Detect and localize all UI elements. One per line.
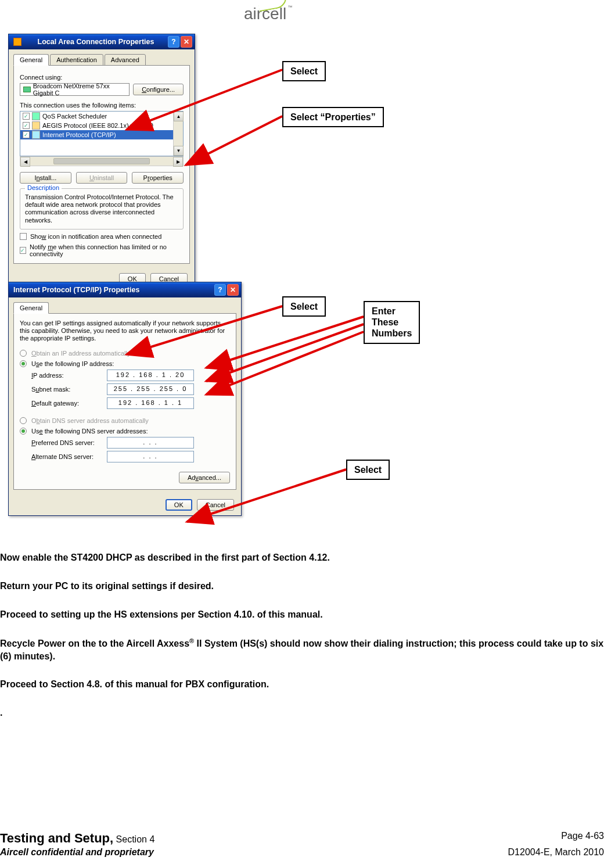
window-tcpip-properties: Internet Protocol (TCP/IP) Properties ? … (8, 282, 242, 516)
checkbox-icon[interactable]: ✓ (23, 131, 30, 138)
window-title: Local Area Connection Properties (38, 38, 154, 46)
footer-section-sub: Section 4 (113, 834, 154, 844)
list-item-selected[interactable]: ✓ Internet Protocol (TCP/IP) (20, 130, 183, 139)
registered-mark: ® (189, 637, 194, 644)
default-gateway-input[interactable]: 192 . 168 . 1 . 1 (107, 397, 194, 409)
preferred-dns-input[interactable]: . . . (107, 437, 194, 449)
scroll-up-icon[interactable]: ▲ (174, 112, 184, 121)
connect-using-label: Connect using: (20, 74, 184, 81)
footer-section-main: Testing and Setup, (0, 831, 113, 845)
component-icon (32, 131, 40, 139)
checkbox-icon[interactable]: ✓ (23, 122, 30, 129)
svg-line-2 (186, 116, 282, 165)
footer-page: Page 4-63 (561, 831, 604, 846)
vertical-scrollbar[interactable]: ▲ ▼ (173, 112, 183, 156)
show-icon-label: Show icon in notification area when conn… (30, 233, 161, 240)
tab-general[interactable]: General (13, 54, 49, 66)
callout-enter-numbers: Enter These Numbers (364, 301, 420, 344)
callout-line: These (372, 317, 398, 327)
tab-authentication[interactable]: Authentication (50, 54, 103, 66)
uses-items-label: This connection uses the following items… (20, 102, 184, 109)
callout-select-use-ip: Select (282, 296, 326, 317)
subnet-mask-label: Subnet mask: (31, 386, 107, 393)
list-item[interactable]: ✓ QoS Packet Scheduler (20, 112, 183, 121)
scroll-thumb[interactable] (53, 158, 150, 164)
adapter-field: Broadcom NetXtreme 57xx Gigabit C (20, 83, 130, 96)
checkbox-icon[interactable] (20, 233, 27, 240)
notify-label: Notify me when this connection has limit… (30, 243, 184, 257)
titlebar[interactable]: Internet Protocol (TCP/IP) Properties ? … (9, 282, 241, 297)
instruction-text: Proceed to Section 4.8. of this manual f… (0, 679, 604, 691)
description-legend: Description (25, 184, 62, 191)
scroll-down-icon[interactable]: ▼ (174, 146, 184, 156)
instruction-text: . (0, 707, 604, 719)
close-button[interactable]: ✕ (181, 36, 192, 48)
radio-use-ip[interactable] (20, 360, 27, 367)
nic-icon (23, 87, 31, 92)
use-ip-label: Use the following IP address: (31, 360, 114, 367)
install-button[interactable]: Install... (20, 172, 71, 184)
tab-strip: General Authentication Advanced (13, 54, 190, 66)
callout-line: Numbers (372, 328, 412, 338)
callout-line: Enter (372, 306, 396, 316)
obtain-dns-label: Obtain DNS server address automatically (31, 417, 149, 424)
component-icon (32, 121, 40, 130)
use-dns-label: Use the following DNS server addresses: (31, 428, 148, 435)
item-label: Internet Protocol (TCP/IP) (42, 131, 116, 138)
radio-obtain-dns (20, 417, 27, 424)
tab-advanced[interactable]: Advanced (105, 54, 146, 66)
subnet-mask-input[interactable]: 255 . 255 . 255 . 0 (107, 383, 194, 395)
footer-confidential: Aircell confidential and proprietary (0, 847, 154, 858)
default-gateway-label: Default gateway: (31, 400, 107, 407)
callout-select-tcpip: Select (282, 61, 326, 81)
close-button[interactable]: ✕ (227, 284, 239, 296)
instruction-text: Recycle Power on the to the Aircell Axxe… (0, 637, 604, 662)
component-icon (32, 112, 40, 120)
ip-address-input[interactable]: 192 . 168 . 1 . 20 (107, 370, 194, 381)
instruction-text: Return your PC to its original settings … (0, 580, 604, 593)
properties-button[interactable]: Properties (132, 172, 184, 184)
ip-address-label: IP address: (31, 372, 107, 379)
checkbox-icon[interactable]: ✓ (20, 247, 26, 254)
advanced-button[interactable]: Advanced... (179, 472, 230, 483)
uninstall-button[interactable]: Uninstall (76, 172, 128, 184)
instruction-block: Now enable the ST4200 DHCP as described … (0, 552, 604, 736)
brand-logo: aircell™ (244, 5, 292, 23)
alternate-dns-input[interactable]: . . . (107, 451, 194, 462)
scroll-left-icon[interactable]: ◀ (20, 157, 30, 167)
callout-select-ok: Select (346, 460, 390, 480)
ok-button[interactable]: OK (166, 499, 192, 511)
preferred-dns-label: Preferred DNS server: (31, 439, 107, 446)
instruction-text: Now enable the ST4200 DHCP as described … (0, 552, 604, 564)
description-text: Transmission Control Protocol/Internet P… (25, 193, 178, 224)
callout-select-properties: Select “Properties” (282, 107, 384, 127)
configure-button[interactable]: Configure... (133, 84, 184, 95)
titlebar[interactable]: Local Area Connection Properties ? ✕ (9, 34, 195, 49)
item-label: AEGIS Protocol (IEEE 802.1x) v3.5.3.0 (42, 122, 153, 129)
page-footer: Testing and Setup, Section 4 Page 4-63 A… (0, 831, 604, 858)
alternate-dns-label: Alternate DNS server: (31, 453, 107, 460)
cancel-button[interactable]: Cancel (197, 499, 234, 511)
window-icon (13, 38, 21, 46)
footer-section: Testing and Setup, Section 4 (0, 831, 154, 846)
checkbox-icon[interactable]: ✓ (23, 113, 30, 120)
help-button[interactable]: ? (214, 284, 226, 296)
tab-general[interactable]: General (13, 302, 49, 314)
radio-obtain-ip[interactable] (20, 350, 27, 357)
radio-use-dns[interactable] (20, 428, 27, 435)
window-lan-properties: Local Area Connection Properties ? ✕ Gen… (8, 34, 195, 290)
footer-docid: D12004-E, March 2010 (508, 847, 604, 858)
obtain-ip-label: Obtain an IP address automatically (31, 350, 130, 357)
list-item[interactable]: ✓ AEGIS Protocol (IEEE 802.1x) v3.5.3.0 (20, 121, 183, 130)
item-label: QoS Packet Scheduler (42, 113, 107, 120)
component-list[interactable]: ✓ QoS Packet Scheduler ✓ AEGIS Protocol … (20, 111, 184, 156)
horizontal-scrollbar[interactable]: ◀ ▶ (20, 156, 184, 166)
trademark: ™ (287, 5, 292, 10)
window-title: Internet Protocol (TCP/IP) Properties (13, 286, 139, 294)
instruction-text: Proceed to setting up the HS extensions … (0, 609, 604, 621)
adapter-name: Broadcom NetXtreme 57xx Gigabit C (33, 83, 126, 96)
help-button[interactable]: ? (168, 36, 179, 48)
ip-blurb: You can get IP settings assigned automat… (20, 320, 230, 343)
scroll-right-icon[interactable]: ▶ (173, 157, 183, 167)
